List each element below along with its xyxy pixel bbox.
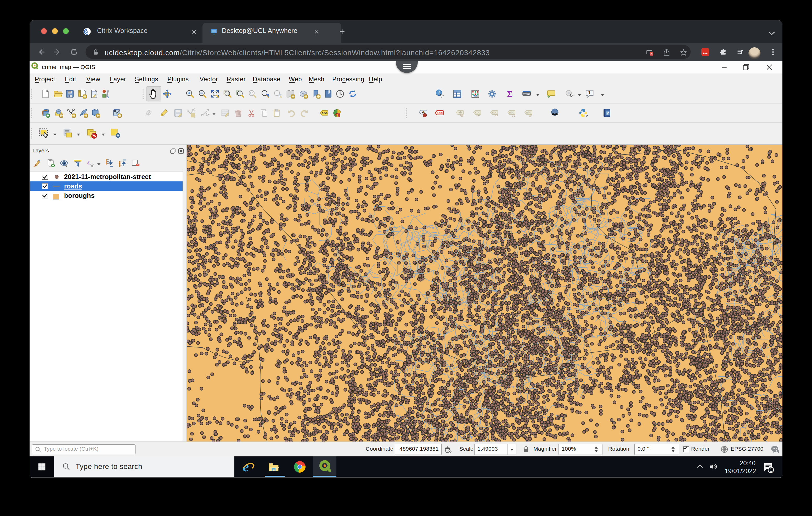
svg-text:1: 1 [770, 467, 772, 473]
svg-text:1:1: 1:1 [250, 92, 254, 95]
svg-text:abc: abc [509, 111, 515, 114]
svg-text:>: > [586, 114, 588, 118]
svg-text:abc: abc [437, 111, 443, 115]
svg-text:abc: abc [322, 111, 328, 115]
svg-text:abc: abc [492, 111, 497, 114]
svg-text:ε: ε [87, 159, 90, 166]
svg-text:Σ: Σ [507, 89, 513, 98]
svg-text:abc: abc [526, 111, 531, 114]
svg-text:abc: abc [475, 111, 480, 114]
svg-text:i: i [438, 90, 440, 95]
svg-text:T: T [588, 90, 591, 95]
svg-text:a: a [107, 95, 109, 99]
svg-text:?: ? [606, 111, 609, 115]
